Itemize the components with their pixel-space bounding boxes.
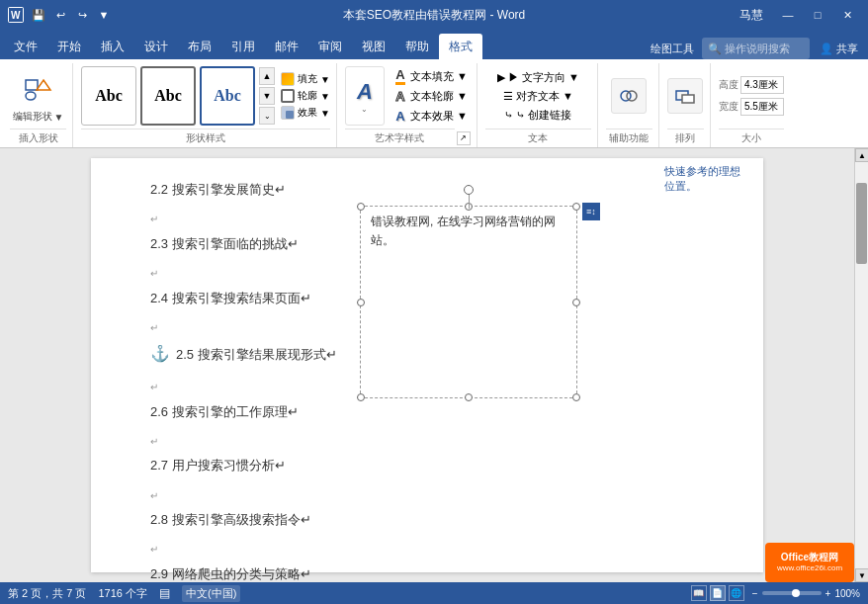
layout-options-icon[interactable]: ≡↕ (582, 203, 600, 220)
zoom-in-btn[interactable]: + (825, 588, 831, 599)
lang-indicator[interactable]: 中文(中国) (182, 585, 240, 602)
edit-shape-label: 编辑形状 (13, 110, 52, 124)
scroll-down-btn[interactable]: ▼ (855, 568, 868, 582)
para-mark-7: ↵ (150, 537, 704, 560)
share-button[interactable]: 👤 共享 (814, 40, 864, 58)
quick-styles-label: ⌄ (361, 105, 368, 114)
shape-styles-content: Abc Abc Abc ▲ ▼ ⌄ 填充 ▼ 轮廓 (81, 63, 330, 129)
redo-quick-btn[interactable]: ↪ (73, 6, 91, 24)
vertical-scrollbar[interactable]: ▲ ▼ (854, 148, 868, 582)
text-effect-dropdown: ▼ (457, 110, 468, 122)
username-label: 马慧 (739, 7, 763, 24)
scrollbar-thumb[interactable] (856, 183, 867, 264)
shape-style-3[interactable]: Abc (200, 66, 255, 126)
text-direction-btn[interactable]: ▶ ▶ 文字方向 ▼ (493, 69, 583, 86)
close-button[interactable]: ✕ (834, 5, 860, 25)
rotate-handle[interactable] (464, 185, 474, 195)
handle-bot-left[interactable] (357, 393, 365, 401)
width-input[interactable]: 5.5厘米 (740, 98, 784, 116)
aux-group-label: 辅助功能 (606, 129, 652, 147)
print-view-btn[interactable]: 📄 (710, 585, 726, 601)
text-align-label: 对齐文本 (516, 89, 560, 104)
shape-effect-btn[interactable]: 效果 ▼ (281, 106, 330, 120)
style-nav-up[interactable]: ▲ (259, 67, 275, 85)
tab-design[interactable]: 设计 (134, 34, 178, 59)
shape-insert-btn[interactable] (20, 68, 57, 106)
handle-mid-left[interactable] (357, 299, 365, 306)
scroll-up-btn[interactable]: ▲ (855, 148, 868, 162)
tab-help[interactable]: 帮助 (395, 34, 439, 59)
handle-top-right[interactable] (572, 203, 580, 211)
text-format-buttons: A 文本填充 ▼ A 文本轮廓 ▼ A 文本效果 (391, 68, 471, 125)
restore-button[interactable]: □ (805, 5, 830, 25)
text-outline-btn[interactable]: A 文本轮廓 ▼ (391, 88, 471, 105)
handle-top-left[interactable] (357, 203, 365, 211)
quick-access-more-btn[interactable]: ▼ (95, 6, 113, 24)
line-2-4-text: 2.4 搜索引擎搜索结果页面↵ (150, 291, 311, 305)
floating-textbox[interactable]: ≡↕ 错误教程网, 在线学习网络营销的网站。 (360, 206, 577, 398)
text-outline-label: 文本轮廓 (410, 89, 454, 104)
scrollbar-track[interactable] (855, 162, 868, 568)
handle-bot-mid[interactable] (465, 393, 473, 401)
tab-review[interactable]: 审阅 (308, 34, 352, 59)
text-effect-btn[interactable]: A 文本效果 ▼ (391, 108, 471, 125)
tab-references[interactable]: 引用 (221, 34, 265, 59)
style-nav-down[interactable]: ▼ (259, 87, 275, 105)
shapes-icon (24, 72, 53, 102)
zoom-out-btn[interactable]: − (752, 588, 758, 599)
text-fill-btn[interactable]: A 文本填充 ▼ (391, 68, 471, 85)
height-input[interactable]: 4.3厘米 (740, 76, 784, 94)
art-text-expand-btn[interactable]: ↗ (457, 131, 471, 145)
edit-shape-btn[interactable]: 编辑形状 ▼ (13, 110, 64, 124)
create-link-btn[interactable]: ⤷ ⤷ 创建链接 (500, 107, 575, 124)
read-view-btn[interactable]: 📖 (691, 585, 707, 601)
word-count: 1716 个字 (98, 586, 147, 601)
document-scroll-area[interactable]: 快速参考的理想位置。 2.2 搜索引擎发展简史↵ ↵ 2.3 搜索引擎面临的挑战… (0, 148, 854, 582)
tab-home[interactable]: 开始 (47, 34, 91, 59)
para-mark-6: ↵ (150, 483, 704, 506)
save-quick-btn[interactable]: 💾 (30, 6, 47, 24)
ribbon-group-art-text: A ⌄ A 文本填充 ▼ A 文本轮廓 ▼ (339, 63, 477, 147)
undo-quick-btn[interactable]: ↩ (51, 6, 69, 24)
shape-fill-btn[interactable]: 填充 ▼ (281, 72, 330, 86)
quick-styles-btn[interactable]: A ⌄ (345, 66, 385, 126)
size-content: 高度 4.3厘米 宽度 5.5厘米 (719, 63, 784, 129)
tab-format[interactable]: 格式 (439, 34, 482, 59)
effect-swatch (281, 106, 295, 120)
shape-outline-btn[interactable]: 轮廓 ▼ (281, 89, 330, 103)
text-align-btn[interactable]: ☰ 对齐文本 ▼ (499, 88, 577, 105)
tab-layout[interactable]: 布局 (178, 34, 221, 59)
style-nav-expand[interactable]: ⌄ (259, 107, 275, 125)
text-group-label: 文本 (485, 129, 591, 147)
style3-label: Abc (214, 87, 241, 105)
link-icon: ⤷ (504, 109, 513, 122)
minimize-button[interactable]: — (775, 5, 801, 25)
text-effect-label: 文本效果 (410, 109, 454, 124)
arrange-btn[interactable] (667, 78, 703, 114)
ribbon-tab-bar: 文件 开始 插入 设计 布局 引用 邮件 审阅 视图 帮助 格式 绘图工具 🔍 … (0, 30, 868, 59)
tab-file[interactable]: 文件 (4, 34, 47, 59)
tab-insert[interactable]: 插入 (91, 34, 134, 59)
zoom-slider[interactable] (762, 591, 822, 595)
quick-access-toolbar: 💾 ↩ ↪ ▼ (30, 6, 113, 24)
search-input[interactable] (725, 43, 804, 54)
line-2-6-text: 2.6 搜索引擎的工作原理↵ (150, 404, 299, 419)
aux-icon (618, 85, 640, 107)
aux-function-btn[interactable] (611, 78, 647, 114)
shape-style-2[interactable]: Abc (140, 66, 196, 126)
tab-view[interactable]: 视图 (352, 34, 395, 59)
shape-style-1[interactable]: Abc (81, 66, 136, 126)
tab-mailings[interactable]: 邮件 (265, 34, 308, 59)
text-align-icon: ☰ (503, 90, 513, 103)
text-fill-label: 文本填充 (410, 69, 454, 84)
line-2-2: 2.2 搜索引擎发展简史↵ (150, 178, 704, 201)
handle-mid-right[interactable] (572, 299, 580, 306)
search-box[interactable]: 🔍 (702, 38, 810, 59)
svg-rect-8 (682, 95, 694, 103)
shape-fill-stroke: 填充 ▼ 轮廓 ▼ 效果 ▼ (281, 72, 330, 120)
handle-bot-right[interactable] (572, 393, 580, 401)
zoom-slider-thumb[interactable] (792, 589, 800, 597)
web-view-btn[interactable]: 🌐 (729, 585, 744, 601)
text-outline-icon: A (393, 89, 407, 103)
arrange-content (667, 63, 703, 129)
